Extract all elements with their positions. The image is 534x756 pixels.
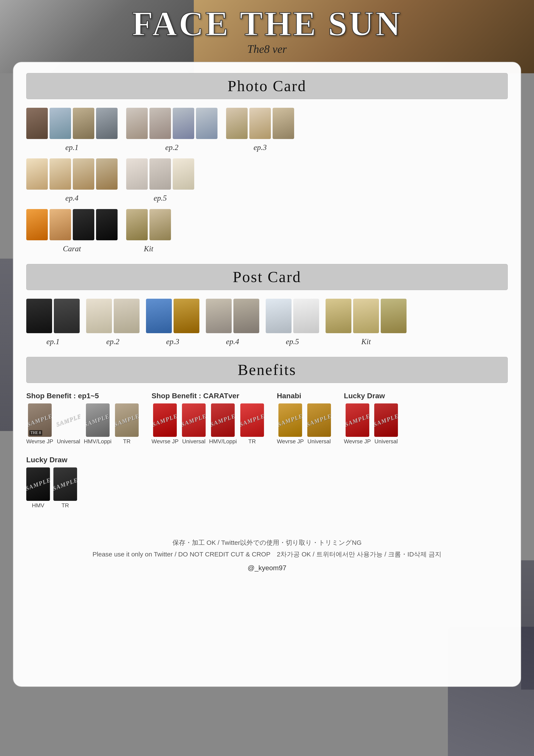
post-card-ep4-1 <box>206 299 232 333</box>
lucky-draw-label-2: Lucky Draw <box>26 456 508 464</box>
benefit-carat-weverse-wrap: SAMPLE Wevrse JP <box>152 403 179 445</box>
post-card-ep5-1 <box>266 299 292 333</box>
post-ep4-label: ep.4 <box>226 337 239 346</box>
carat-label: Carat <box>63 244 81 253</box>
benefit-carat-hmv: SAMPLE <box>211 403 235 437</box>
photo-row-carat <box>26 209 117 240</box>
sample-overlay-2: SAMPLE <box>57 403 80 437</box>
photo-card-ep3-1 <box>226 108 248 139</box>
benefits-top-row: Shop Benefit : ep1~5 THE 8 SAMPLE Wevrse… <box>26 392 508 447</box>
photo-card-ep3-2 <box>249 108 271 139</box>
post-card-ep2-2 <box>114 299 140 333</box>
post-ep5-label: ep.5 <box>286 337 299 346</box>
photo-groups-row1: ep.1 ep.2 ep.3 <box>26 108 508 152</box>
sample-overlay-13: SAMPLE <box>26 468 50 501</box>
benefit-ep1-univ-wrap: SAMPLE Universal <box>57 403 80 445</box>
benefit-hanabi-weverse-wrap: SAMPLE Wevrse JP <box>277 403 304 445</box>
sample-overlay-3: SAMPLE. <box>86 403 110 437</box>
benefit-carat-univ: SAMPLE <box>182 403 206 437</box>
photo-card-carat-2 <box>50 209 71 240</box>
main-card: Photo Card ep.1 <box>13 62 521 687</box>
post-card-ep1-2 <box>54 299 80 333</box>
post-card-header: Post Card <box>26 264 508 290</box>
bg-side-left <box>0 258 13 431</box>
post-card-ep1-1 <box>26 299 52 333</box>
universal-label-4: Universal <box>374 438 398 445</box>
ep2-label: ep.2 <box>165 143 179 152</box>
sample-overlay-10: SAMPLE <box>307 403 331 437</box>
sample-overlay-4: SAMPLE <box>115 403 139 437</box>
shop-benefit-2-cards: SAMPLE Wevrse JP SAMPLE Universal SAMPLE <box>152 403 264 445</box>
photo-card-header: Photo Card <box>26 73 508 99</box>
post-cards-kit <box>326 299 407 333</box>
sample-overlay-11: SAMPLE <box>345 403 369 437</box>
benefit-ld-hmv-wrap: SAMPLE HMV <box>26 468 50 509</box>
sample-overlay-5: SAMPLE <box>153 403 177 437</box>
benefit-carat-tr-wrap: SAMPLE TR <box>240 403 264 445</box>
tr-label-2: TR <box>248 438 256 445</box>
ep1-label: ep.1 <box>65 143 79 152</box>
photo-card-carat-1 <box>26 209 48 240</box>
ep4-label: ep.4 <box>65 194 79 202</box>
hmv-label-ld: HMV <box>32 502 44 509</box>
hmv-label-1: HMV/Loppi <box>84 438 112 445</box>
post-card-kit-3 <box>381 299 407 333</box>
post-group-ep5: ep.5 <box>266 299 319 346</box>
shop-benefit-1-label: Shop Benefit : ep1~5 <box>26 392 139 400</box>
benefit-ep1-weverse: THE 8 SAMPLE <box>28 403 52 437</box>
post-card-ep2-1 <box>86 299 112 333</box>
photo-row-ep2 <box>126 108 217 139</box>
benefits-header: Benefits <box>26 357 508 383</box>
post-card-groups: ep.1 ep.2 ep.3 <box>26 299 508 346</box>
photo-card-ep4-2 <box>50 158 71 190</box>
photo-group-ep4: ep.4 <box>26 158 117 202</box>
photo-card-ep4-1 <box>26 158 48 190</box>
photo-card-ep1-2 <box>50 108 71 139</box>
benefits-section: Benefits Shop Benefit : ep1~5 THE 8 SAMP… <box>26 357 508 511</box>
photo-group-ep2: ep.2 <box>126 108 217 152</box>
shop-benefit-1-section: Shop Benefit : ep1~5 THE 8 SAMPLE Wevrse… <box>26 392 139 447</box>
photo-card-ep2-2 <box>149 108 171 139</box>
main-title: FACE THE SUN <box>0 7 534 41</box>
hanabi-cards: SAMPLE Wevrse JP SAMPLE Universal <box>277 403 331 445</box>
photo-card-ep1-1 <box>26 108 48 139</box>
tr-label-ld: TR <box>62 502 69 509</box>
post-card-title: Post Card <box>26 268 508 286</box>
benefit-ep1-weverse-wrap: THE 8 SAMPLE Wevrse JP <box>26 403 53 445</box>
post-cards-ep4 <box>206 299 259 333</box>
benefit-carat-weverse: SAMPLE <box>153 403 177 437</box>
photo-card-section: Photo Card ep.1 <box>26 73 508 253</box>
post-card-ep3-1 <box>146 299 172 333</box>
shop-benefit-2-section: Shop Benefit : CARATver SAMPLE Wevrse JP… <box>152 392 264 447</box>
post-card-ep3-2 <box>173 299 199 333</box>
ep3-label: ep.3 <box>254 143 267 152</box>
post-ep1-label: ep.1 <box>46 337 60 346</box>
tr-label-1: TR <box>123 438 131 445</box>
benefit-ld-hmv: SAMPLE <box>26 468 50 501</box>
benefit-ep1-univ: SAMPLE <box>57 403 80 437</box>
shop-benefit-1-cards: THE 8 SAMPLE Wevrse JP SAMPLE Universal <box>26 403 139 445</box>
benefit-ld-weverse-wrap: SAMPLE Wevrse JP <box>344 403 371 445</box>
photo-card-ep5-3 <box>173 158 194 190</box>
sample-overlay-8: SAMPLE <box>240 403 264 437</box>
post-kit-label: Kit <box>361 337 371 346</box>
benefit-ld-weverse: SAMPLE <box>345 403 369 437</box>
post-group-kit: Kit <box>326 299 407 346</box>
post-card-section: Post Card ep.1 ep.2 <box>26 264 508 346</box>
universal-label-3: Universal <box>308 438 331 445</box>
photo-card-ep4-4 <box>96 158 117 190</box>
hanabi-label: Hanabi <box>277 392 331 400</box>
benefit-carat-hmv-wrap: SAMPLE HMV/Loppi <box>209 403 237 445</box>
photo-card-ep2-1 <box>126 108 148 139</box>
footer-line2: Please use it only on Twitter / DO NOT C… <box>26 549 508 560</box>
lucky-draw-label-1: Lucky Draw <box>344 392 398 400</box>
subtitle: The8 ver <box>0 43 534 55</box>
hmv-label-2: HMV/Loppi <box>209 438 237 445</box>
sample-overlay-6: SAMPLE <box>182 403 206 437</box>
post-group-ep4: ep.4 <box>206 299 259 346</box>
lucky-draw-1-section: Lucky Draw SAMPLE Wevrse JP SAMPLE Unive… <box>344 392 398 447</box>
weverse-jp-label-2: Wevrse JP <box>152 438 179 445</box>
photo-row-ep4 <box>26 158 117 190</box>
benefit-ld-tr-wrap: SAMPLE TR <box>53 468 77 509</box>
photo-card-ep5-2 <box>149 158 171 190</box>
